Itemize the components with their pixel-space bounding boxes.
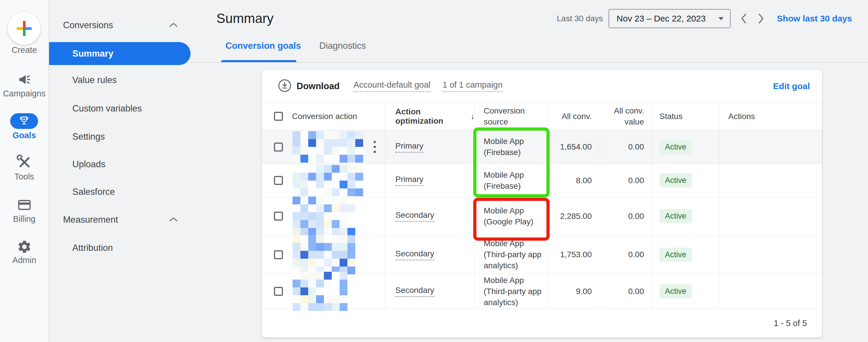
create-label: Create	[0, 45, 49, 55]
date-range-dropdown[interactable]: Nov 23 – Dec 22, 2023	[609, 9, 731, 28]
chevron-up-icon[interactable]	[169, 22, 178, 29]
redacted-conversion-action	[292, 272, 347, 311]
sidebar-item-tools[interactable]: Tools	[0, 155, 49, 181]
nav-section-measurement[interactable]: Measurement	[63, 213, 118, 227]
table-row: PrimaryMobile App (Firebase)1,654.000.00…	[262, 130, 822, 164]
sidebar-item-campaigns[interactable]: Campaigns	[0, 72, 49, 98]
column-header-all-conv[interactable]: All conv.	[547, 103, 600, 130]
download-button[interactable]: Download	[297, 81, 340, 92]
table-row: SecondaryMobile App (Third-party app ana…	[262, 235, 822, 274]
all-conv-value: 1,753.00	[560, 250, 592, 259]
table-footer: 1 - 5 of 5	[262, 309, 822, 338]
sidebar-item-goals[interactable]	[10, 113, 38, 129]
column-header-actions: Actions	[719, 103, 822, 130]
nav-item-summary-selected[interactable]: Summary	[49, 42, 191, 65]
redacted-conversion-action	[292, 131, 363, 163]
gear-icon	[17, 239, 32, 255]
kebab-menu-icon[interactable]	[374, 141, 376, 153]
next-period-button[interactable]	[754, 10, 768, 27]
redacted-conversion-action	[292, 197, 355, 236]
nav-item-salesforce[interactable]: Salesforce	[72, 185, 115, 199]
status-badge: Active	[659, 209, 692, 223]
nav-item-uploads[interactable]: Uploads	[72, 158, 105, 171]
nav-item-settings[interactable]: Settings	[72, 130, 105, 143]
table-row: PrimaryMobile App (Firebase)8.000.00Acti…	[262, 164, 822, 197]
row-checkbox[interactable]	[274, 250, 283, 259]
action-optimization-value[interactable]: Primary	[395, 141, 423, 153]
action-optimization-value[interactable]: Primary	[395, 175, 423, 186]
chevron-up-icon[interactable]	[169, 216, 178, 223]
all-conv-value-value: 0.00	[628, 142, 644, 151]
status-badge: Active	[659, 140, 692, 154]
download-icon[interactable]	[278, 79, 291, 94]
credit-card-icon	[17, 197, 32, 214]
show-last-30-days-link[interactable]: Show last 30 days	[777, 14, 852, 24]
row-checkbox[interactable]	[274, 212, 283, 220]
conversion-source-value: Mobile App (Third-party app analytics)	[475, 275, 547, 308]
all-conv-value-value: 0.00	[628, 287, 644, 296]
tab-diagnostics[interactable]: Diagnostics	[319, 41, 366, 51]
megaphone-icon	[17, 72, 32, 88]
all-conv-value-value: 0.00	[628, 176, 644, 185]
status-badge: Active	[659, 173, 692, 187]
conversion-source-value: Mobile App (Firebase)	[475, 136, 547, 158]
main-header: Summary Last 30 days Nov 23 – Dec 22, 20…	[191, 0, 868, 63]
all-conv-value: 2,285.00	[560, 212, 592, 221]
caret-down-icon	[718, 17, 724, 20]
table-toolbar: Download Account-default goal 1 of 1 cam…	[262, 70, 822, 102]
sidebar-item-billing[interactable]: Billing	[0, 197, 49, 224]
row-checkbox[interactable]	[274, 176, 283, 185]
date-controls: Last 30 days Nov 23 – Dec 22, 2023 Show …	[557, 9, 852, 29]
action-optimization-value[interactable]: Secondary	[395, 286, 434, 297]
all-conv-value: 8.00	[576, 176, 592, 185]
conversion-source-value: Mobile App (Firebase)	[475, 170, 547, 192]
icon-rail: Create Campaigns Goals	[0, 0, 49, 342]
table-header-row: Conversion action Action optimization↓ C…	[262, 102, 822, 130]
create-button[interactable]	[8, 12, 40, 45]
tab-conversion-goals[interactable]: Conversion goals	[225, 41, 301, 51]
all-conv-value-value: 0.00	[628, 250, 644, 259]
table-row: SecondaryMobile App (Third-party app ana…	[262, 274, 822, 309]
redacted-conversion-action	[292, 235, 355, 274]
conversion-source-value: Mobile App (Third-party app analytics)	[475, 238, 547, 271]
previous-period-button[interactable]	[737, 10, 750, 27]
header-divider	[191, 62, 868, 63]
actions-cell	[719, 130, 822, 164]
edit-goal-link[interactable]: Edit goal	[773, 81, 810, 91]
campaign-scope-chip[interactable]: 1 of 1 campaign	[443, 80, 502, 92]
action-optimization-value[interactable]: Secondary	[395, 210, 434, 222]
actions-cell	[719, 197, 822, 235]
column-header-conversion-action[interactable]: Conversion action	[262, 103, 385, 130]
redacted-conversion-action	[292, 165, 363, 196]
column-header-action-optimization[interactable]: Action optimization↓	[385, 103, 475, 130]
table-row: SecondaryMobile App (Google Play)2,285.0…	[262, 197, 822, 235]
conversion-actions-card: Download Account-default goal 1 of 1 cam…	[262, 70, 822, 338]
active-tab-underline	[221, 60, 296, 62]
status-badge: Active	[659, 248, 692, 262]
table-body: PrimaryMobile App (Firebase)1,654.000.00…	[262, 130, 822, 309]
nav-section-conversions[interactable]: Conversions	[63, 19, 113, 32]
conversions-nav: Conversions Summary Value rules Custom v…	[49, 0, 191, 342]
nav-item-attribution[interactable]: Attribution	[72, 241, 113, 254]
status-badge: Active	[659, 284, 692, 299]
date-preset-label: Last 30 days	[557, 14, 603, 23]
nav-item-value-rules[interactable]: Value rules	[72, 73, 117, 87]
tools-icon	[17, 155, 32, 171]
select-all-checkbox[interactable]	[274, 112, 283, 121]
column-header-all-conv-value[interactable]: All conv. value	[600, 103, 652, 130]
goals-label: Goals	[0, 131, 49, 140]
all-conv-value: 9.00	[576, 287, 592, 296]
nav-item-custom-variables[interactable]: Custom variables	[72, 102, 142, 115]
column-header-status[interactable]: Status	[652, 103, 719, 130]
column-header-conversion-source[interactable]: Conversion source	[475, 103, 547, 130]
action-optimization-value[interactable]: Secondary	[395, 249, 434, 261]
tab-bar: Conversion goals Diagnostics	[225, 41, 366, 51]
all-conv-value-value: 0.00	[628, 212, 644, 221]
all-conv-value: 1,654.00	[560, 142, 592, 151]
google-plus-icon	[17, 21, 32, 36]
row-checkbox[interactable]	[274, 287, 283, 296]
row-checkbox[interactable]	[274, 142, 283, 151]
sort-descending-icon: ↓	[471, 112, 475, 121]
sidebar-item-admin[interactable]: Admin	[0, 239, 49, 265]
account-default-goal-chip[interactable]: Account-default goal	[353, 80, 430, 92]
